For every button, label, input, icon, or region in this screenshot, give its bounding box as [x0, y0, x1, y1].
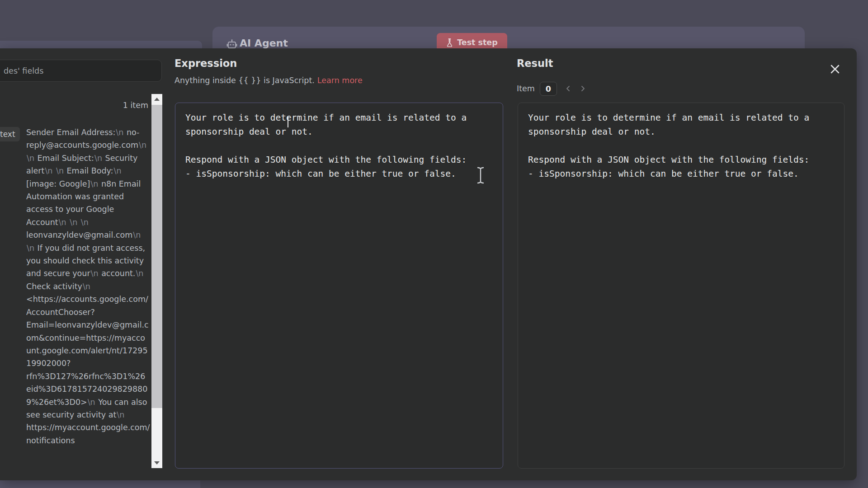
expression-hint: Anything inside {{ }} is JavaScript.Lear…: [175, 76, 363, 85]
result-title: Result: [517, 57, 553, 69]
close-icon: [829, 63, 841, 75]
close-button[interactable]: [828, 63, 842, 76]
item-index-input[interactable]: 0: [540, 82, 557, 96]
result-output-panel: Your role is to determine if an email is…: [518, 103, 844, 469]
expression-editor-modal: 1 item text Sender Email Address:\n no-r…: [0, 48, 857, 480]
search-input[interactable]: [0, 60, 162, 82]
expression-title: Expression: [175, 57, 237, 69]
item-count-label: 1 item: [68, 101, 148, 110]
page: AI Agent Test step 1 item text Sender Em…: [0, 0, 868, 488]
scrollbar-up-arrow-icon[interactable]: [154, 98, 160, 101]
ai-agent-robot-icon: [226, 39, 237, 49]
field-value-text: Sender Email Address:\n no-reply@account…: [26, 126, 150, 472]
result-output-text: Your role is to determine if an email is…: [518, 103, 844, 188]
test-step-label: Test step: [457, 38, 498, 47]
previous-item-chevron-left-icon[interactable]: [565, 85, 571, 92]
result-item-pager: Item 0: [517, 81, 586, 96]
node-title: AI Agent: [240, 38, 288, 49]
learn-more-link[interactable]: Learn more: [317, 76, 363, 85]
expression-code-editor[interactable]: Your role is to determine if an email is…: [175, 103, 503, 469]
next-item-chevron-right-icon[interactable]: [580, 85, 586, 92]
scrollbar-thumb[interactable]: [151, 105, 162, 408]
item-label: Item: [517, 84, 535, 93]
field-type-badge[interactable]: text: [0, 127, 20, 141]
scrollbar-down-arrow-icon[interactable]: [154, 461, 160, 465]
hint-text: Anything inside {{ }} is JavaScript.: [175, 76, 315, 85]
text-caret: [288, 116, 288, 127]
expression-code-text[interactable]: Your role is to determine if an email is…: [175, 103, 503, 188]
flask-icon: [446, 38, 453, 47]
left-panel-scrollbar[interactable]: [151, 94, 162, 468]
background-panel-bottom: [0, 480, 200, 488]
